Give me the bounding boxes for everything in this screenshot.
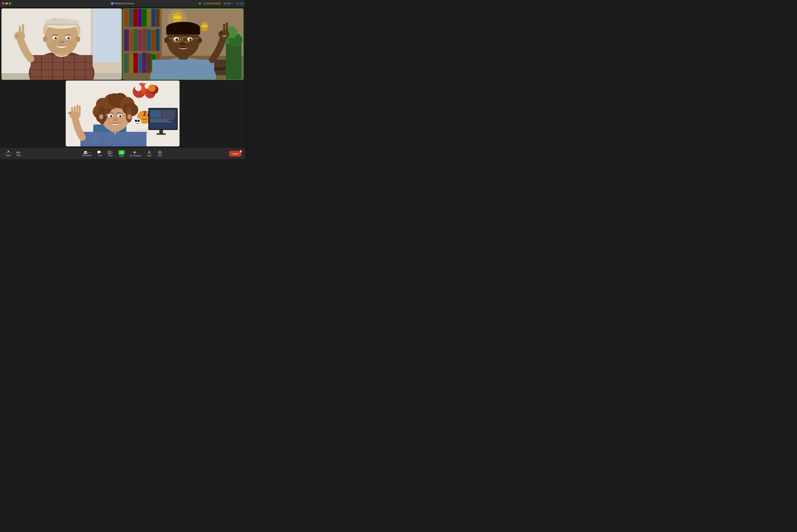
leave-badge bbox=[240, 150, 242, 153]
more-button[interactable]: More bbox=[155, 150, 165, 158]
participants-button[interactable]: 3 ▲ Participants bbox=[80, 150, 94, 157]
react-label: React bbox=[108, 155, 113, 157]
more-icon bbox=[158, 151, 162, 154]
svg-text:Z: Z bbox=[112, 3, 113, 4]
leave-label: Leave bbox=[232, 152, 238, 155]
svg-point-131 bbox=[135, 84, 142, 91]
svg-rect-79 bbox=[142, 53, 147, 73]
svg-point-89 bbox=[201, 25, 208, 27]
leave-button[interactable]: Leave bbox=[229, 151, 241, 156]
zoom-logo-icon: Z bbox=[111, 2, 114, 5]
share-button[interactable]: Share bbox=[116, 149, 127, 158]
close-button[interactable] bbox=[2, 2, 4, 5]
fullscreen-button[interactable] bbox=[9, 2, 11, 5]
participants-icon-area: 3 ▲ bbox=[84, 151, 91, 154]
svg-rect-147 bbox=[150, 120, 168, 121]
svg-rect-154 bbox=[80, 132, 147, 146]
apps-label: Apps bbox=[147, 154, 151, 156]
react-icon bbox=[108, 151, 111, 154]
svg-point-122 bbox=[219, 32, 223, 35]
svg-rect-78 bbox=[138, 54, 142, 73]
react-chevron-icon: ▲ bbox=[112, 152, 113, 153]
svg-rect-60 bbox=[129, 9, 133, 26]
microphone-icon: 🎤 bbox=[5, 151, 10, 154]
chat-icon bbox=[97, 151, 101, 154]
svg-point-133 bbox=[148, 84, 156, 92]
svg-point-35 bbox=[65, 21, 66, 22]
svg-point-53 bbox=[75, 25, 80, 36]
audio-label: Audio bbox=[6, 154, 11, 156]
svg-point-43 bbox=[69, 37, 70, 38]
titlebar-right: Time left 05:39 34:21 View bbox=[199, 2, 243, 5]
participant-tile-2[interactable] bbox=[123, 8, 244, 80]
svg-rect-4 bbox=[242, 3, 243, 3]
ai-companion-chevron-icon: ▲ bbox=[137, 152, 138, 153]
meeting-title: Meeting 40-minutes bbox=[115, 2, 134, 5]
chat-label: Chat bbox=[98, 154, 102, 156]
svg-point-179 bbox=[127, 114, 131, 119]
svg-point-118 bbox=[183, 43, 185, 45]
titlebar: Z Meeting 40-minutes Time left 05:39 bbox=[0, 0, 245, 7]
svg-rect-49 bbox=[22, 24, 24, 36]
svg-point-109 bbox=[177, 39, 178, 40]
video-button[interactable]: 📹 ▲ Video bbox=[14, 150, 23, 157]
svg-point-204 bbox=[109, 152, 109, 152]
svg-rect-123 bbox=[222, 35, 226, 37]
participant-tile-3[interactable]: EN bbox=[66, 80, 180, 146]
participant-tile-1[interactable] bbox=[1, 8, 122, 80]
svg-rect-136 bbox=[144, 111, 146, 114]
svg-rect-73 bbox=[151, 30, 155, 51]
svg-rect-67 bbox=[124, 30, 129, 51]
video-camera-icon: 📹 bbox=[16, 151, 20, 154]
video-bottom-row: EN bbox=[1, 80, 244, 146]
apps-button[interactable]: Apps bbox=[145, 150, 154, 157]
svg-rect-69 bbox=[133, 29, 138, 51]
shield-icon bbox=[199, 2, 201, 5]
minimize-button[interactable] bbox=[5, 2, 8, 5]
view-button[interactable]: View bbox=[236, 2, 243, 5]
svg-rect-197 bbox=[79, 105, 80, 115]
svg-point-54 bbox=[43, 36, 48, 42]
svg-rect-76 bbox=[129, 54, 133, 73]
svg-rect-32 bbox=[45, 24, 78, 25]
titlebar-center: Z Meeting 40-minutes bbox=[111, 2, 134, 5]
ai-companion-icon-area: ▲ bbox=[133, 151, 138, 154]
participants-count: 3 bbox=[88, 152, 89, 153]
svg-point-42 bbox=[56, 37, 57, 38]
svg-rect-62 bbox=[138, 9, 142, 26]
react-button[interactable]: ▲ React bbox=[106, 150, 115, 158]
svg-rect-61 bbox=[133, 9, 138, 26]
svg-point-207 bbox=[134, 152, 135, 153]
svg-point-164 bbox=[114, 132, 116, 134]
svg-rect-77 bbox=[133, 53, 138, 73]
svg-point-193 bbox=[116, 119, 117, 121]
svg-point-212 bbox=[160, 152, 161, 153]
video-area: EN bbox=[0, 7, 245, 148]
svg-point-201 bbox=[84, 151, 86, 152]
warning-icon bbox=[204, 3, 206, 4]
svg-rect-11 bbox=[93, 8, 120, 62]
clock-icon bbox=[224, 3, 225, 4]
ai-companion-icon bbox=[133, 151, 136, 154]
svg-point-139 bbox=[133, 118, 141, 125]
time-left-label: Time left bbox=[207, 2, 215, 5]
more-icon-area bbox=[158, 151, 162, 154]
grid-icon bbox=[241, 3, 243, 4]
svg-rect-149 bbox=[159, 130, 163, 134]
react-icon-area: ▲ bbox=[108, 151, 113, 154]
svg-point-51 bbox=[16, 35, 19, 37]
svg-point-117 bbox=[181, 43, 183, 45]
chat-button[interactable]: ▲ Chat bbox=[95, 150, 105, 157]
security-badge bbox=[199, 2, 201, 5]
toolbar-center: 3 ▲ Participants ▲ Chat bbox=[80, 149, 165, 158]
ai-companion-button[interactable]: ▲ AI Companion bbox=[128, 150, 143, 158]
svg-rect-70 bbox=[138, 30, 142, 51]
zoom-window: Z Meeting 40-minutes Time left 05:39 bbox=[0, 0, 245, 159]
traffic-lights bbox=[2, 2, 11, 5]
svg-point-45 bbox=[59, 41, 61, 43]
toolbar-left: 🎤 ▲ Audio 📹 ▲ Video bbox=[4, 150, 23, 157]
svg-rect-148 bbox=[150, 121, 172, 122]
svg-rect-80 bbox=[147, 53, 151, 73]
chat-icon-area: ▲ bbox=[97, 151, 103, 154]
audio-button[interactable]: 🎤 ▲ Audio bbox=[4, 150, 13, 157]
